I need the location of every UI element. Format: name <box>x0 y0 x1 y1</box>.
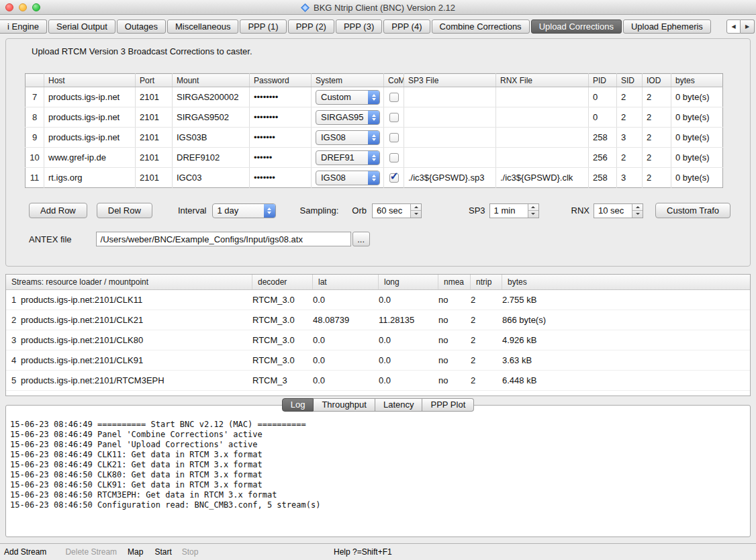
add-row-button[interactable]: Add Row <box>29 203 87 218</box>
iod-cell[interactable]: 2 <box>643 107 671 128</box>
com-checkbox[interactable] <box>389 153 399 162</box>
stream-row[interactable]: 5 products.igs-ip.net:2101/RTCM3EPH RTCM… <box>6 371 750 391</box>
password-cell[interactable]: •••••••• <box>250 87 312 107</box>
upload-row: 7 products.igs-ip.net 2101 SIRGAS200002 … <box>26 87 723 107</box>
rnx-file-cell[interactable] <box>496 148 589 168</box>
tab-latency[interactable]: Latency <box>375 398 423 412</box>
host-cell[interactable]: rt.igs.org <box>44 168 136 188</box>
interval-select[interactable]: 1 day <box>212 203 276 218</box>
system-select[interactable]: Custom <box>316 90 380 105</box>
password-cell[interactable]: •••••• <box>250 148 312 168</box>
orb-sampling-spinbox[interactable]: 60 sec <box>372 203 422 218</box>
sp3-file-cell[interactable]: ./ic3${GPSWD}.sp3 <box>404 168 496 188</box>
sp3-file-cell[interactable] <box>404 107 496 128</box>
sp3-file-cell[interactable] <box>404 128 496 148</box>
pid-cell[interactable]: 258 <box>589 128 617 148</box>
orb-sampling-value: 60 sec <box>377 205 402 216</box>
start-button[interactable]: Start <box>154 547 171 557</box>
port-cell[interactable]: 2101 <box>136 148 173 168</box>
tab-ppp-4[interactable]: PPP (4) <box>383 19 430 34</box>
port-cell[interactable]: 2101 <box>136 87 173 107</box>
rnx-file-cell[interactable]: ./ic3${GPSWD}.clk <box>496 168 589 188</box>
rnx-sampling-spinbox[interactable]: 10 sec <box>594 203 643 218</box>
iod-cell[interactable]: 2 <box>643 148 671 168</box>
add-stream-button[interactable]: Add Stream <box>4 547 46 557</box>
tab-i-engine[interactable]: i Engine <box>0 19 47 34</box>
com-checkbox[interactable] <box>389 93 399 102</box>
pid-cell[interactable]: 0 <box>589 87 617 107</box>
streams-header: Streams: resource loader / mountpoint de… <box>6 275 750 290</box>
stream-row[interactable]: 1 products.igs-ip.net:2101/CLK11 RTCM_3.… <box>6 290 750 310</box>
rnx-file-cell[interactable] <box>496 107 589 128</box>
port-cell[interactable]: 2101 <box>136 107 173 128</box>
custom-trafo-button[interactable]: Custom Trafo <box>655 203 730 218</box>
tab-throughput[interactable]: Throughput <box>314 398 375 412</box>
tab-ppp-3[interactable]: PPP (3) <box>336 19 382 34</box>
pid-cell[interactable]: 258 <box>589 168 617 188</box>
tab-upload-corrections[interactable]: Upload Corrections <box>531 19 622 34</box>
minimize-button[interactable] <box>19 3 27 11</box>
sp3-file-cell[interactable] <box>404 148 496 168</box>
close-button[interactable] <box>5 3 13 11</box>
sid-cell[interactable]: 2 <box>617 87 643 107</box>
system-select[interactable]: SIRGAS95 <box>316 110 380 125</box>
password-cell[interactable]: ••••••• <box>250 128 312 148</box>
tab-serial-output[interactable]: Serial Output <box>48 19 115 34</box>
mount-cell[interactable]: SIRGAS9502 <box>173 107 250 128</box>
tab-ppp-1[interactable]: PPP (1) <box>240 19 286 34</box>
system-select[interactable]: IGS08 <box>316 171 380 185</box>
mount-cell[interactable]: IGS03B <box>173 128 250 148</box>
sid-cell[interactable]: 2 <box>617 148 643 168</box>
del-row-button[interactable]: Del Row <box>97 203 152 218</box>
stream-row[interactable]: 2 products.igs-ip.net:2101/CLK21 RTCM_3.… <box>6 310 750 330</box>
tab-scroll-right-button[interactable]: ▶ <box>741 19 755 34</box>
host-cell[interactable]: www.gref-ip.de <box>44 148 136 168</box>
rnx-file-cell[interactable] <box>496 128 589 148</box>
stream-row[interactable]: 4 products.igs-ip.net:2101/CLK91 RTCM_3.… <box>6 351 750 371</box>
pid-cell[interactable]: 256 <box>589 148 617 168</box>
antex-browse-button[interactable]: ... <box>352 232 370 246</box>
port-cell[interactable]: 2101 <box>136 128 173 148</box>
stream-long: 11.28135 <box>379 315 438 325</box>
system-select[interactable]: IGS08 <box>316 130 380 145</box>
tab-outages[interactable]: Outages <box>117 19 166 34</box>
password-cell[interactable]: ••••••• <box>250 168 312 188</box>
mount-cell[interactable]: SIRGAS200002 <box>173 87 250 107</box>
sid-cell[interactable]: 3 <box>617 168 643 188</box>
tab-ppp-plot[interactable]: PPP Plot <box>422 398 474 412</box>
zoom-button[interactable] <box>32 3 40 11</box>
iod-cell[interactable]: 2 <box>643 168 671 188</box>
sp3-sampling-spinbox[interactable]: 1 min <box>489 203 539 218</box>
port-cell[interactable]: 2101 <box>136 168 173 188</box>
sp3-file-cell[interactable] <box>404 87 496 107</box>
host-cell[interactable]: products.igs-ip.net <box>44 128 136 148</box>
stream-mountpoint: products.igs-ip.net:2101/CLK21 <box>21 315 252 325</box>
map-button[interactable]: Map <box>128 547 143 557</box>
com-checkbox[interactable] <box>389 133 399 142</box>
tab-ppp-2[interactable]: PPP (2) <box>288 19 334 34</box>
mount-cell[interactable]: DREF9102 <box>173 148 250 168</box>
mount-cell[interactable]: IGC03 <box>173 168 250 188</box>
host-cell[interactable]: products.igs-ip.net <box>44 107 136 128</box>
tab-combine-corrections[interactable]: Combine Corrections <box>432 19 530 34</box>
system-cell: DREF91 <box>312 148 384 168</box>
stream-row[interactable]: 3 products.igs-ip.net:2101/CLK80 RTCM_3.… <box>6 330 750 351</box>
com-checkbox[interactable] <box>389 113 399 122</box>
password-cell[interactable]: •••••••• <box>250 107 312 128</box>
host-cell[interactable]: products.igs-ip.net <box>44 87 136 107</box>
iod-cell[interactable]: 2 <box>643 128 671 148</box>
tab-miscellaneous[interactable]: Miscellaneous <box>167 19 238 34</box>
system-select[interactable]: DREF91 <box>316 150 380 165</box>
antex-file-input[interactable]: /Users/weber/BNC/Example_Configs/Input/i… <box>96 232 351 246</box>
sid-cell[interactable]: 2 <box>617 107 643 128</box>
pid-cell[interactable]: 0 <box>589 107 617 128</box>
com-checkbox[interactable] <box>389 173 399 183</box>
tab-scroll-left-button[interactable]: ◀ <box>726 19 741 34</box>
iod-cell[interactable]: 2 <box>643 87 671 107</box>
col-mount: Mount <box>173 74 250 87</box>
tab-log[interactable]: Log <box>282 398 314 412</box>
tab-upload-ephemeris[interactable]: Upload Ephemeris <box>623 19 711 34</box>
rnx-file-cell[interactable] <box>496 87 589 107</box>
stream-long: 0.0 <box>379 295 438 305</box>
sid-cell[interactable]: 3 <box>617 128 643 148</box>
